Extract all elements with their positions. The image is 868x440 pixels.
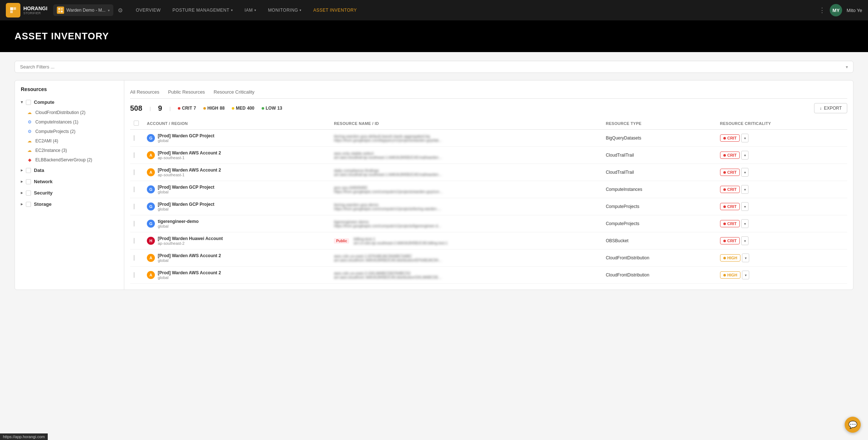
nav-item-asset-inventory[interactable]: ASSET INVENTORY bbox=[308, 0, 363, 20]
resource-name-cell: tiering-warden-gcp-default-bassh-bank-ag… bbox=[330, 130, 602, 147]
list-item[interactable]: ☁ EC2Instance (3) bbox=[27, 146, 124, 155]
criticality-chevron[interactable]: ▾ bbox=[741, 219, 748, 228]
criticality-badge[interactable]: HIGH bbox=[720, 254, 741, 262]
settings-icon[interactable]: ⚙ bbox=[118, 7, 123, 14]
account-name: [Prod] Warden AWS Account 2 bbox=[158, 168, 221, 173]
list-item[interactable]: ⚙ ComputeProjects (2) bbox=[27, 127, 124, 136]
select-all-checkbox[interactable] bbox=[134, 121, 139, 126]
search-bar: ▾ bbox=[15, 61, 853, 73]
resource-id: https://from.googleapis.com/compute/v1/p… bbox=[334, 207, 443, 211]
data-checkbox[interactable] bbox=[26, 168, 31, 173]
list-item[interactable]: ⚙ ComputeInstances (1) bbox=[27, 117, 124, 127]
account-name: [Prod] Warden GCP Project bbox=[158, 133, 214, 138]
row-checkbox[interactable] bbox=[134, 204, 134, 209]
resource-group-storage-header[interactable]: ▸ Storage bbox=[15, 199, 124, 210]
account-region: global bbox=[158, 258, 221, 263]
ec2instance-icon: ☁ bbox=[27, 148, 32, 153]
public-count: 9 bbox=[158, 104, 162, 113]
criticality-badge[interactable]: CRIT bbox=[720, 169, 740, 176]
cloudfront-icon: ☁ bbox=[27, 110, 32, 115]
criticality-badge[interactable]: CRIT bbox=[720, 134, 740, 142]
row-checkbox[interactable] bbox=[134, 238, 134, 244]
resource-type-cell: CloudFrontDistribution bbox=[602, 267, 716, 284]
crit-dot bbox=[723, 205, 726, 208]
resource-name: billing-test-1 bbox=[353, 237, 447, 241]
row-checkbox[interactable] bbox=[134, 255, 134, 261]
logo-sub: STORIFIER bbox=[23, 11, 47, 15]
more-options-icon[interactable]: ⋮ bbox=[819, 6, 825, 14]
nav-item-iam[interactable]: IAM ▾ bbox=[239, 0, 262, 20]
collapse-icon: ▾ bbox=[21, 100, 23, 105]
criticality-chevron[interactable]: ▾ bbox=[741, 185, 748, 194]
logo[interactable]: HORANGI STORIFIER bbox=[6, 3, 47, 17]
list-item[interactable]: ☁ CloudFrontDistribution (2) bbox=[27, 108, 124, 117]
table-row: G [Prod] Warden GCP Project global tieri… bbox=[130, 198, 847, 215]
compute-projects-icon: ⚙ bbox=[27, 129, 32, 134]
criticality-chevron[interactable]: ▾ bbox=[741, 168, 748, 177]
criticality-badge[interactable]: CRIT bbox=[720, 220, 740, 227]
crit-dot bbox=[723, 240, 726, 242]
account-logo: A bbox=[147, 168, 155, 176]
table-row: A [Prod] Warden AWS Account 2 ap-southea… bbox=[130, 147, 847, 164]
list-item[interactable]: ◆ ELBBackendServerGroup (2) bbox=[27, 155, 124, 165]
table-row: A [Prod] Warden AWS Account 2 global aws… bbox=[130, 267, 847, 284]
criticality-badge[interactable]: CRIT bbox=[720, 203, 740, 210]
row-checkbox[interactable] bbox=[134, 186, 134, 192]
resources-sidebar: Resources ▾ Compute ☁ CloudFrontDistribu… bbox=[15, 80, 124, 290]
storage-checkbox[interactable] bbox=[26, 202, 31, 207]
row-checkbox[interactable] bbox=[134, 169, 134, 175]
item-label: CloudFrontDistribution (2) bbox=[35, 110, 85, 115]
criticality-chevron[interactable]: ▾ bbox=[741, 134, 748, 142]
criticality-chevron[interactable]: ▾ bbox=[741, 151, 748, 160]
resource-group-storage: ▸ Storage bbox=[15, 199, 124, 210]
resource-group-network-header[interactable]: ▸ Network bbox=[15, 176, 124, 187]
export-button[interactable]: ↓ EXPORT bbox=[814, 103, 847, 113]
resource-type-cell: CloudTrailTrail bbox=[602, 147, 716, 164]
criticality-chevron[interactable]: ▾ bbox=[742, 254, 749, 262]
resource-type-cell: OBSBucket bbox=[602, 232, 716, 250]
avatar[interactable]: MY bbox=[830, 4, 842, 16]
resource-id: https://from.googleapis.com/bigquery/v1/… bbox=[334, 138, 443, 142]
resource-type: CloudFrontDistribution bbox=[606, 272, 649, 278]
dropdown-arrow: ▾ bbox=[254, 8, 257, 12]
compute-checkbox[interactable] bbox=[26, 100, 31, 105]
table-row: A [Prod] Warden AWS Account 2 global aws… bbox=[130, 250, 847, 267]
tab-resource-criticality[interactable]: Resource Criticality bbox=[214, 86, 254, 98]
high-count: 88 bbox=[220, 106, 224, 111]
nav-item-posture[interactable]: POSTURE MANAGEMENT ▾ bbox=[167, 0, 239, 20]
resource-group-compute: ▾ Compute ☁ CloudFrontDistribution (2) ⚙… bbox=[15, 97, 124, 165]
search-chevron-icon: ▾ bbox=[846, 64, 848, 70]
search-input[interactable] bbox=[20, 64, 846, 70]
tab-public-resources[interactable]: Public Resources bbox=[168, 86, 205, 98]
resource-type: CloudTrailTrail bbox=[606, 153, 634, 158]
criticality-chevron[interactable]: ▾ bbox=[742, 271, 749, 279]
workspace-selector[interactable]: Warden Demo - M... ▾ bbox=[53, 4, 113, 16]
tab-all-resources[interactable]: All Resources bbox=[130, 86, 159, 98]
row-checkbox[interactable] bbox=[134, 221, 134, 227]
criticality-badge[interactable]: HIGH bbox=[720, 271, 741, 279]
criticality-badge[interactable]: CRIT bbox=[720, 186, 740, 193]
row-checkbox[interactable] bbox=[134, 272, 134, 278]
criticality-chevron[interactable]: ▾ bbox=[741, 236, 748, 245]
row-select-cell bbox=[130, 147, 143, 164]
nav-item-monitoring[interactable]: MONITORING ▾ bbox=[262, 0, 307, 20]
resource-type: CloudFrontDistribution bbox=[606, 255, 649, 260]
account-cell: A [Prod] Warden AWS Account 2 global bbox=[143, 267, 330, 284]
criticality-badge[interactable]: CRIT bbox=[720, 152, 740, 159]
criticality-chevron[interactable]: ▾ bbox=[741, 202, 748, 211]
resource-group-security-header[interactable]: ▸ Security bbox=[15, 187, 124, 199]
list-item[interactable]: ☁ EC2AMI (4) bbox=[27, 136, 124, 146]
col-resource-name: Resource Name / ID bbox=[330, 118, 602, 130]
resource-type: ComputeInstances bbox=[606, 187, 642, 192]
resource-group-compute-header[interactable]: ▾ Compute bbox=[15, 97, 124, 108]
criticality-badge[interactable]: CRIT bbox=[720, 237, 740, 244]
security-checkbox[interactable] bbox=[26, 190, 31, 196]
account-logo: H bbox=[147, 237, 155, 245]
resource-group-data-header[interactable]: ▸ Data bbox=[15, 165, 124, 176]
network-checkbox[interactable] bbox=[26, 179, 31, 184]
row-checkbox[interactable] bbox=[134, 152, 134, 158]
account-region: ap-southeast-1 bbox=[158, 156, 221, 160]
row-checkbox[interactable] bbox=[134, 135, 134, 141]
nav-item-overview[interactable]: OVERVIEW bbox=[130, 0, 167, 20]
crit-dot bbox=[723, 154, 726, 157]
